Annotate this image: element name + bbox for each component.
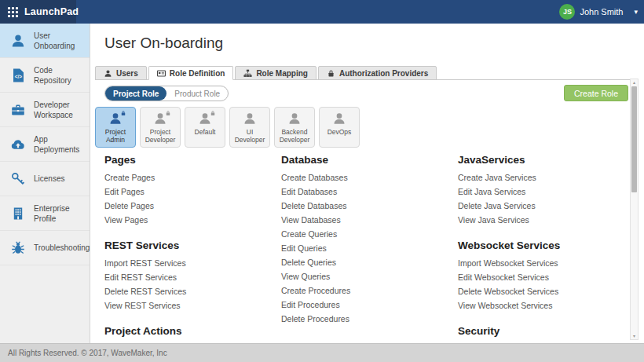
sidebar-item-label: Developer Workspace — [34, 100, 78, 120]
lock-icon — [120, 110, 126, 116]
sidebar-item-label: User Onboarding — [34, 31, 78, 51]
permission-section-title: Websocket Services — [458, 240, 635, 251]
sitemap-icon — [243, 69, 252, 78]
permission-section: REST Services Import REST ServicesEdit R… — [104, 240, 281, 315]
permission-item: Edit Procedures — [281, 300, 458, 314]
sidebar-item-enterprise-profile[interactable]: Enterprise Profile — [0, 196, 90, 231]
copyright-text: All Rights Reserved. © 2017, WaveMaker, … — [8, 349, 167, 357]
sidebar-item-licenses[interactable]: Licenses — [0, 162, 90, 196]
lock-icon — [165, 110, 171, 116]
main-content: User On-boarding Users Role Definition R… — [91, 24, 644, 343]
permission-section: JavaServices Create Java ServicesEdit Ja… — [458, 154, 635, 229]
permission-item: Edit Pages — [104, 187, 281, 201]
permission-item: Delete Queries — [281, 258, 458, 272]
permission-item: Import Websocket Services — [458, 258, 635, 272]
project-role-toggle[interactable]: Project Role — [105, 86, 166, 101]
permission-item: View Java Services — [458, 215, 635, 229]
sidebar-item-code-repository[interactable]: </> Code Repository — [0, 58, 90, 93]
role-card-project-developer[interactable]: Project Developer — [140, 107, 181, 148]
person-icon — [332, 112, 346, 126]
lock-icon — [327, 69, 335, 78]
role-card-ui-developer[interactable]: UI Developer — [229, 107, 270, 148]
permission-item: Edit REST Services — [104, 272, 281, 287]
tab-role-definition[interactable]: Role Definition — [148, 66, 234, 80]
avatar: JS — [559, 4, 575, 20]
sidebar-item-developer-workspace[interactable]: Developer Workspace — [0, 93, 90, 127]
app-window: LaunchPad JS John Smith ▾ User Onboardin… — [0, 0, 644, 362]
apps-grid-icon[interactable] — [8, 7, 18, 17]
tab-users[interactable]: Users — [95, 66, 147, 80]
sidebar-item-label: Enterprise Profile — [34, 203, 78, 224]
role-card-label: Project Admin — [97, 129, 134, 144]
permission-section: Websocket Services Import Websocket Serv… — [458, 240, 635, 315]
role-cards: Project Admin Project Developer Default … — [95, 107, 360, 148]
role-card-default[interactable]: Default — [185, 107, 225, 148]
permissions-column: JavaServices Create Java ServicesEdit Ja… — [458, 154, 635, 342]
cloud-upload-icon — [10, 137, 26, 152]
top-header: LaunchPad JS John Smith ▾ — [0, 0, 644, 24]
key-icon — [10, 171, 26, 187]
role-card-project-admin[interactable]: Project Admin — [95, 107, 136, 148]
permission-section: Security — [458, 325, 635, 337]
lock-icon — [210, 110, 216, 116]
permission-section-title: REST Services — [104, 240, 281, 251]
sidebar-item-user-onboarding[interactable]: User Onboarding — [0, 24, 90, 58]
permission-item: View Pages — [104, 215, 281, 229]
permissions-column: Pages Create PagesEdit PagesDelete Pages… — [104, 154, 281, 342]
person-icon — [198, 112, 212, 126]
sidebar-item-label: Code Repository — [34, 65, 78, 86]
app-title: LaunchPad — [24, 6, 79, 17]
tab-label: Authorization Providers — [339, 69, 428, 78]
page-title: User On-boarding — [104, 35, 223, 52]
role-card-label: DevOps — [320, 129, 358, 137]
bug-icon — [10, 240, 26, 256]
permission-item: Delete Websocket Services — [458, 287, 635, 301]
scroll-thumb[interactable] — [631, 86, 637, 192]
permission-item: Create Procedures — [281, 286, 458, 300]
person-icon — [287, 112, 302, 126]
product-role-toggle[interactable]: Product Role — [166, 86, 228, 101]
scroll-up-arrow[interactable]: ▴ — [631, 79, 638, 86]
permissions-grid: Pages Create PagesEdit PagesDelete Pages… — [104, 154, 635, 342]
scroll-down-arrow[interactable]: ▾ — [631, 333, 638, 339]
brand: LaunchPad — [0, 0, 76, 24]
permission-section-title: Project Actions — [104, 325, 281, 337]
svg-text:</>: </> — [15, 73, 23, 79]
sidebar-item-troubleshooting[interactable]: Troubleshooting — [0, 231, 90, 265]
permission-item: View Queries — [281, 272, 458, 286]
permission-section-title: Database — [281, 154, 458, 166]
permissions-column: Database Create DatabasesEdit DatabasesD… — [281, 154, 458, 342]
tab-authorization-providers[interactable]: Authorization Providers — [318, 66, 437, 80]
permission-item: Edit Websocket Services — [458, 272, 635, 287]
tab-role-mapping[interactable]: Role Mapping — [235, 66, 317, 80]
permission-item: Delete Databases — [281, 201, 458, 215]
role-card-label: Backend Developer — [276, 129, 313, 144]
role-card-devops[interactable]: DevOps — [319, 107, 360, 148]
footer: All Rights Reserved. © 2017, WaveMaker, … — [0, 343, 644, 362]
tab-bar: Users Role Definition Role Mapping Autho… — [95, 66, 438, 80]
sidebar-item-label: Licenses — [34, 174, 78, 184]
create-role-button[interactable]: Create Role — [564, 85, 628, 101]
role-card-backend-developer[interactable]: Backend Developer — [274, 107, 315, 148]
permission-section-title: Security — [458, 325, 635, 337]
permission-item: Delete Procedures — [281, 314, 458, 328]
code-file-icon: </> — [10, 68, 26, 83]
permission-item: Edit Java Services — [458, 187, 635, 201]
permission-item: Create Queries — [281, 229, 458, 243]
permission-section: Pages Create PagesEdit PagesDelete Pages… — [104, 154, 281, 229]
sidebar-item-label: Troubleshooting — [34, 243, 78, 253]
role-card-label: UI Developer — [231, 129, 269, 144]
briefcase-icon — [10, 102, 26, 118]
user-icon — [10, 33, 26, 49]
user-menu[interactable]: JS John Smith ▾ — [559, 0, 638, 24]
person-icon — [153, 112, 167, 126]
permission-section: Project Actions — [104, 325, 281, 337]
user-name: John Smith — [580, 7, 623, 16]
sidebar: User Onboarding </> Code Repository Deve… — [0, 24, 90, 343]
sidebar-item-app-deployments[interactable]: App Deployments — [0, 127, 90, 162]
tab-label: Role Mapping — [256, 69, 308, 78]
vertical-scrollbar[interactable]: ▴ ▾ — [630, 79, 639, 340]
permission-item: Delete Java Services — [458, 201, 635, 215]
permission-item: Edit Queries — [281, 243, 458, 258]
permission-item: Create Databases — [281, 173, 458, 187]
